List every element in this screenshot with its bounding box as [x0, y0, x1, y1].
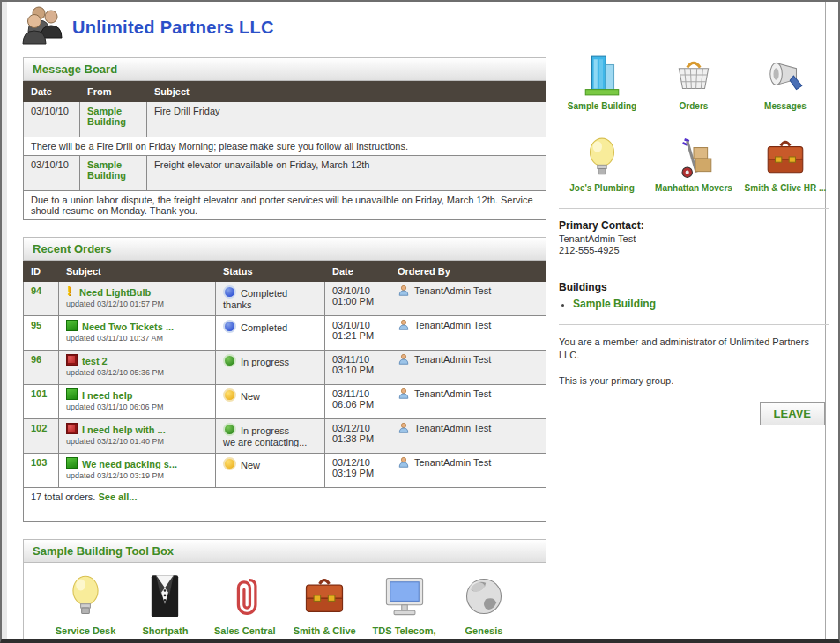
- see-all-link[interactable]: See all...: [98, 491, 137, 502]
- shortcut-sample-building[interactable]: Sample Building: [559, 54, 645, 113]
- order-id-link[interactable]: 96: [31, 354, 41, 365]
- order-subject-link[interactable]: Need LightBulb: [79, 287, 151, 298]
- message-subject: Freight elevator unavailable on Friday, …: [147, 156, 546, 191]
- order-row: 101 I need help updated 03/11/10 06:06 P…: [24, 385, 546, 419]
- status-in-progress-icon: [223, 354, 236, 367]
- message-board-header-row: Date From Subject: [24, 82, 546, 102]
- sidebar-divider: [559, 324, 829, 325]
- order-ordered-by: TenantAdmin Test: [414, 457, 491, 468]
- order-row: 96 test 2 updated 03/12/10 05:36 PM In p…: [24, 351, 546, 385]
- message-body-row: There will be a Fire Drill on Friday Mor…: [24, 137, 546, 156]
- priority-normal-icon: [66, 320, 78, 331]
- order-subject-link[interactable]: I need help with ...: [82, 425, 166, 435]
- window-left-gutter: [2, 2, 7, 639]
- order-status: In progress: [241, 357, 289, 367]
- shortcut-label: Sample Building: [559, 101, 645, 113]
- order-id-link[interactable]: 95: [31, 320, 41, 330]
- order-subject-link[interactable]: We need packing s...: [82, 459, 177, 469]
- priority-alert-icon: [66, 285, 75, 297]
- recent-orders-table: ID Subject Status Date Ordered By 94 Nee…: [23, 261, 546, 522]
- order-date: 03/11/10: [332, 354, 383, 365]
- buildings-heading: Buildings: [559, 281, 829, 293]
- page-header: Unlimited Partners LLC: [21, 5, 274, 49]
- order-ordered-by: TenantAdmin Test: [414, 423, 491, 433]
- toolbox-item-label: Smith & Clive: [286, 625, 363, 636]
- order-updated: updated 03/12/10 03:19 PM: [66, 471, 208, 480]
- people-group-icon: [21, 5, 65, 49]
- primary-group-text: This is your primary group.: [559, 374, 829, 388]
- globe-icon: [461, 607, 507, 622]
- col-status: Status: [216, 262, 325, 282]
- order-subject-link[interactable]: Need Two Tickets ...: [82, 322, 174, 332]
- shortcut-joes-plumbing[interactable]: Joe's Plumbing: [559, 136, 645, 195]
- recent-orders-panel: Recent Orders ID Subject Status Date Ord…: [23, 237, 546, 522]
- order-time: 03:10 PM: [332, 365, 383, 375]
- order-status: Completed: [241, 288, 287, 299]
- person-icon: [398, 319, 410, 331]
- leave-button[interactable]: LEAVE: [760, 402, 825, 425]
- col-subject: Subject: [147, 82, 546, 102]
- status-completed-icon: [223, 320, 236, 333]
- primary-contact-section: Primary Contact: TenantAdmin Test 212-55…: [559, 219, 829, 255]
- message-body: There will be a Fire Drill on Friday Mor…: [24, 137, 546, 156]
- order-subject-link[interactable]: test 2: [82, 356, 108, 366]
- status-new-icon: [223, 388, 236, 402]
- shortcut-smith-clive-hr[interactable]: Smith & Clive HR ...: [742, 136, 829, 195]
- order-id-link[interactable]: 102: [31, 423, 47, 433]
- col-from: From: [80, 82, 147, 102]
- order-id-link[interactable]: 103: [31, 457, 47, 468]
- shortcut-orders[interactable]: Orders: [650, 54, 737, 113]
- toolbox-item-service-desk[interactable]: Service Desk: [47, 573, 124, 643]
- shortcut-label: Orders: [650, 101, 737, 113]
- toolbox-item-genesis[interactable]: Genesis: [445, 573, 523, 643]
- message-board-table: Date From Subject 03/10/10 Sample Buildi…: [23, 81, 546, 220]
- message-row: 03/10/10 Sample Building Freight elevato…: [24, 156, 546, 191]
- order-ordered-by: TenantAdmin Test: [414, 285, 491, 296]
- order-time: 01:21 PM: [332, 330, 383, 341]
- message-board-panel: Message Board Date From Subject 03/10/10…: [23, 57, 546, 220]
- message-from-link[interactable]: Sample Building: [87, 159, 139, 181]
- shortcut-manhattan-movers[interactable]: Manhattan Movers: [650, 136, 737, 195]
- tenant-portal-page: Unlimited Partners LLC Message Board Dat…: [0, 0, 840, 643]
- order-status-note: we are contacting...: [223, 437, 317, 447]
- order-ordered-by: TenantAdmin Test: [414, 354, 491, 365]
- basket-icon: [672, 89, 716, 100]
- toolbox-panel: Sample Building Tool Box Service Desk Sh…: [23, 539, 546, 643]
- priority-high-icon: [66, 423, 78, 434]
- order-id-link[interactable]: 94: [31, 285, 41, 296]
- shortcut-messages[interactable]: Messages: [742, 54, 829, 113]
- toolbox-item-shortpath[interactable]: Shortpath: [126, 573, 204, 643]
- priority-high-icon: [66, 354, 78, 366]
- message-subject: Fire Drill Friday: [147, 102, 546, 137]
- person-icon: [398, 285, 410, 297]
- message-from-link[interactable]: Sample Building: [87, 106, 139, 127]
- message-body: Due to a union labor dispute, the freigh…: [24, 191, 546, 220]
- col-ordered-by: Ordered By: [390, 262, 546, 282]
- order-subject-link[interactable]: I need help: [82, 390, 132, 401]
- order-ordered-by: TenantAdmin Test: [414, 388, 491, 399]
- buildings-section: Buildings Sample Building: [559, 281, 829, 310]
- main-column: Message Board Date From Subject 03/10/10…: [23, 57, 546, 643]
- orders-total: 17 total orders.: [31, 491, 95, 502]
- toolbox-item-label: Shortpath: [126, 625, 204, 636]
- membership-section: You are a member and administrator of Un…: [559, 336, 829, 425]
- toolbox-title: Sample Building Tool Box: [23, 539, 546, 563]
- toolbox-item-smith-clive[interactable]: Smith & Clive: [286, 573, 363, 643]
- person-icon: [398, 388, 410, 400]
- page-title: Unlimited Partners LLC: [72, 18, 274, 38]
- order-row: 94 Need LightBulb updated 03/12/10 01:57…: [24, 282, 546, 316]
- col-id: ID: [24, 262, 59, 282]
- order-id-link[interactable]: 101: [31, 388, 47, 399]
- order-updated: updated 03/11/10 10:37 AM: [66, 334, 208, 343]
- order-status: New: [241, 460, 260, 470]
- shortcut-label: Manhattan Movers: [650, 183, 737, 195]
- monitor-icon: [382, 607, 427, 622]
- order-status-note: thanks: [223, 299, 317, 310]
- handtruck-icon: [672, 171, 716, 181]
- toolbox-item-label: Service Desk: [47, 625, 124, 636]
- building-link[interactable]: Sample Building: [573, 298, 656, 310]
- building-icon: [580, 89, 624, 100]
- toolbox-item-tds-telecom[interactable]: TDS Telecom,: [366, 573, 443, 643]
- toolbox-item-sales-central[interactable]: Sales Central: [206, 573, 284, 643]
- toolbox-item-label: Genesis: [445, 625, 523, 636]
